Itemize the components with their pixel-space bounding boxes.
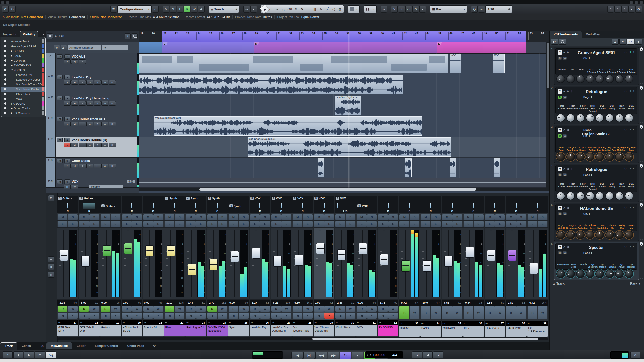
- solo-button[interactable]: S: [153, 214, 163, 220]
- track-arrow-icon[interactable]: ▶: [48, 159, 50, 161]
- audio-event[interactable]: [318, 158, 324, 177]
- tempo-mode-icon[interactable]: ♩=: [367, 353, 371, 356]
- preset-diamond-icon[interactable]: ◇: [624, 50, 627, 54]
- listen-button[interactable]: L: [165, 221, 174, 227]
- snap-extra-icon[interactable]: ↻: [412, 6, 419, 13]
- metronome-button[interactable]: ◢: [412, 351, 422, 358]
- quick-control-knob[interactable]: [576, 192, 585, 200]
- mute-button[interactable]: M: [506, 214, 516, 220]
- fader-cap[interactable]: [380, 254, 388, 265]
- solo-button[interactable]: S: [260, 214, 270, 220]
- mute-button[interactable]: M: [485, 214, 495, 220]
- rack-clock-icon[interactable]: [640, 81, 643, 84]
- read-automation-button[interactable]: R: [94, 164, 101, 168]
- audio-event[interactable]: [139, 75, 403, 94]
- pan-control[interactable]: C: [399, 201, 420, 214]
- power-button[interactable]: ⏼: [558, 50, 562, 55]
- audio-event[interactable]: Voc Chorus Double-01: [248, 137, 451, 157]
- mute-button[interactable]: m: [57, 138, 63, 142]
- quick-control-knob[interactable]: [595, 75, 604, 83]
- channel-name[interactable]: HALion Sonic SE 01: [122, 325, 142, 336]
- read-automation-button[interactable]: R: [442, 306, 452, 319]
- channel-name[interactable]: Guitars: [100, 325, 121, 336]
- channel-strip[interactable]: CMSLE06121824304050-9.726.4RW∞33DRUMS: [399, 196, 420, 337]
- write-automation-button[interactable]: W: [431, 306, 440, 319]
- levels-icon[interactable]: ▤: [35, 351, 45, 358]
- lanes-icon[interactable]: ▤: [109, 122, 116, 126]
- quick-control-knob[interactable]: [625, 231, 633, 239]
- track-list-menu-icon[interactable]: ≣: [47, 33, 53, 39]
- midi-input-icon[interactable]: ⇥: [628, 245, 631, 248]
- record-enable-button[interactable]: ●: [111, 313, 120, 319]
- write-automation-button[interactable]: W: [495, 306, 505, 319]
- edit-button[interactable]: E: [281, 221, 291, 227]
- instrument-rack-slot[interactable]: 2RetrologuePage 1⏼e✱⇩◇⇥⇤RWFilter CutoffF…: [550, 86, 644, 124]
- quick-control-knob[interactable]: [595, 192, 604, 200]
- quick-control-knob[interactable]: [625, 75, 633, 83]
- link-icon[interactable]: ∞: [486, 322, 487, 325]
- play-tool[interactable]: ◁: [331, 6, 337, 12]
- monitor-button[interactable]: ◀: [122, 313, 132, 319]
- folder-icon[interactable]: 🗀: [49, 54, 53, 58]
- fader-cap[interactable]: [124, 243, 132, 254]
- move-up-icon[interactable]: ▲: [612, 39, 619, 45]
- tab-chord-pads[interactable]: Chord Pads: [123, 342, 148, 349]
- horizontal-scrollbar[interactable]: [139, 188, 549, 191]
- tab-vst-instruments[interactable]: VST Instruments: [550, 31, 582, 38]
- read-automation-button[interactable]: R: [165, 306, 174, 312]
- instrument-rack-slot[interactable]: 5HALion Sonic SECh. 1⏼e✱◇⇥⇤RWS1 QC1 Cuto…: [550, 203, 644, 241]
- solo-button[interactable]: s: [64, 75, 70, 79]
- link-icon[interactable]: ∞: [58, 321, 60, 324]
- solo-button[interactable]: S: [410, 214, 419, 220]
- link-icon[interactable]: ∞: [400, 322, 402, 325]
- edit-channel-button[interactable]: e: [79, 122, 86, 126]
- solo-button[interactable]: S: [346, 214, 355, 220]
- channel-name[interactable]: Spector 01: [143, 325, 164, 336]
- read-automation-button[interactable]: R: [464, 306, 473, 319]
- link-icon[interactable]: ∞: [315, 321, 316, 324]
- audio-event[interactable]: VOC: [450, 54, 461, 73]
- quick-control-knob[interactable]: [615, 75, 624, 83]
- mute-button[interactable]: m: [57, 75, 63, 79]
- mute-button[interactable]: M: [293, 214, 302, 220]
- timeline-ruler[interactable]: 1920212223242526272829303132333435363738…: [139, 31, 549, 42]
- pan-control[interactable]: C: [485, 201, 505, 214]
- audio-event[interactable]: [405, 158, 412, 177]
- arranger-icon[interactable]: ⊿≡: [61, 45, 67, 50]
- preset-diamond-icon[interactable]: ◇: [624, 167, 627, 170]
- mute-button[interactable]: M: [464, 214, 473, 220]
- zones-dropdown-icon[interactable]: ▾: [628, 6, 635, 13]
- channel-strip[interactable]: 5VOXCMSLE06121824304050-6.21-10.5RW◀●∞27…: [271, 196, 292, 337]
- listen-button[interactable]: L: [186, 221, 195, 227]
- write-automation-button[interactable]: W: [101, 101, 108, 106]
- rack-clock-icon[interactable]: [640, 159, 643, 162]
- read-automation-button[interactable]: R: [229, 306, 238, 312]
- edit-instrument-icon[interactable]: e: [564, 128, 565, 132]
- mute-button[interactable]: M: [335, 214, 345, 220]
- midi-input-icon[interactable]: ⇥: [628, 167, 631, 170]
- write-automation-button[interactable]: W: [563, 96, 567, 99]
- monitor-button[interactable]: ◀: [71, 59, 78, 64]
- mute-button[interactable]: M: [229, 214, 238, 220]
- color-tool[interactable]: ▨: [337, 6, 343, 12]
- read-automation-button[interactable]: R: [293, 306, 302, 312]
- transport-gear-icon[interactable]: ⚙: [630, 352, 640, 359]
- fader-cap[interactable]: [466, 247, 474, 258]
- visibility-dot-icon[interactable]: [4, 88, 6, 90]
- read-automation-button[interactable]: R: [271, 306, 281, 312]
- read-automation-button[interactable]: R: [506, 306, 516, 319]
- expand-right-icon[interactable]: ▶: [11, 50, 14, 52]
- pan-control[interactable]: C: [420, 201, 441, 214]
- track-header[interactable]: ▶ 30msChoir Stack●◀e∞RW▤: [46, 158, 139, 178]
- arranger-section[interactable]: [139, 42, 162, 53]
- record-enable-button[interactable]: ●: [260, 313, 270, 319]
- freeze-icon[interactable]: ✱: [567, 167, 569, 171]
- preset-diamond-icon[interactable]: ◇: [624, 128, 627, 131]
- write-automation-button[interactable]: W: [89, 306, 99, 312]
- tab-editor[interactable]: Editor: [72, 342, 90, 349]
- power-button[interactable]: ⏼: [558, 206, 562, 210]
- fader-cap[interactable]: [444, 256, 453, 267]
- edit-button[interactable]: E: [260, 221, 270, 227]
- channel-name[interactable]: Synth: [228, 325, 249, 336]
- quick-control-knob[interactable]: [586, 192, 594, 200]
